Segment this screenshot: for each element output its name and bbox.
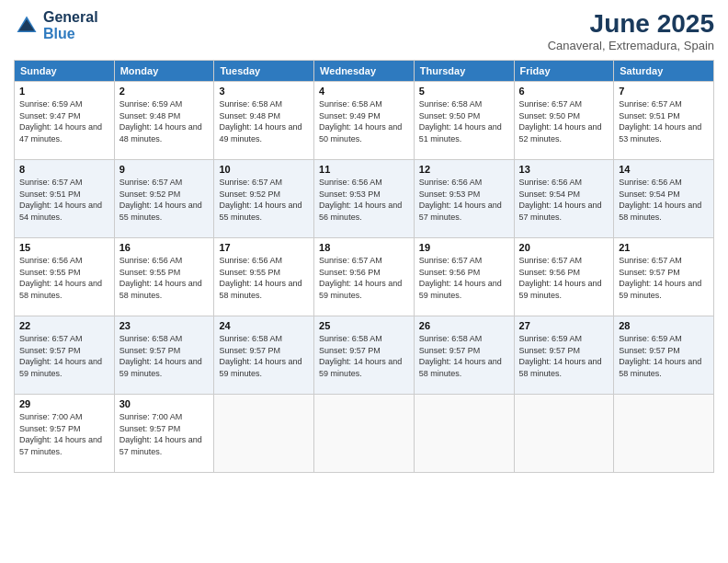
title-block: June 2025 Canaveral, Extremadura, Spain [548,9,714,52]
day-number: 6 [519,86,609,97]
day-cell: 1 Sunrise: 6:59 AM Sunset: 9:47 PM Dayli… [15,82,115,160]
day-cell: 2 Sunrise: 6:59 AM Sunset: 9:48 PM Dayli… [114,82,214,160]
day-number: 5 [419,86,509,97]
day-info: Sunrise: 6:56 AM Sunset: 9:55 PM Dayligh… [219,255,309,301]
calendar: SundayMondayTuesdayWednesdayThursdayFrid… [14,60,714,473]
day-cell [414,395,514,473]
day-cell: 5 Sunrise: 6:58 AM Sunset: 9:50 PM Dayli… [414,82,514,160]
day-cell: 6 Sunrise: 6:57 AM Sunset: 9:50 PM Dayli… [514,82,614,160]
day-cell [614,395,714,473]
day-number: 17 [219,242,309,253]
week-row-5: 29 Sunrise: 7:00 AM Sunset: 9:57 PM Dayl… [15,395,714,473]
day-number: 11 [319,164,409,175]
day-info: Sunrise: 6:56 AM Sunset: 9:54 PM Dayligh… [519,177,609,223]
week-row-2: 8 Sunrise: 6:57 AM Sunset: 9:51 PM Dayli… [15,160,714,238]
day-number: 29 [19,398,109,409]
day-number: 10 [219,164,309,175]
day-cell: 18 Sunrise: 6:57 AM Sunset: 9:56 PM Dayl… [314,238,415,316]
day-cell: 16 Sunrise: 6:56 AM Sunset: 9:55 PM Dayl… [114,238,214,316]
day-cell: 28 Sunrise: 6:59 AM Sunset: 9:57 PM Dayl… [614,316,714,395]
col-header-friday: Friday [514,61,614,82]
day-cell [314,395,415,473]
col-header-saturday: Saturday [614,61,714,82]
day-info: Sunrise: 6:59 AM Sunset: 9:47 PM Dayligh… [19,98,109,144]
day-number: 4 [319,86,409,97]
day-number: 25 [319,320,409,331]
day-info: Sunrise: 6:57 AM Sunset: 9:51 PM Dayligh… [619,98,709,144]
day-cell: 4 Sunrise: 6:58 AM Sunset: 9:49 PM Dayli… [314,82,415,160]
day-cell: 12 Sunrise: 6:56 AM Sunset: 9:53 PM Dayl… [414,160,514,238]
day-number: 9 [119,164,210,175]
day-info: Sunrise: 6:58 AM Sunset: 9:48 PM Dayligh… [219,98,309,144]
col-header-monday: Monday [114,61,214,82]
col-header-wednesday: Wednesday [314,61,415,82]
col-header-tuesday: Tuesday [214,61,314,82]
day-info: Sunrise: 6:58 AM Sunset: 9:49 PM Dayligh… [319,98,409,144]
day-cell: 23 Sunrise: 6:58 AM Sunset: 9:57 PM Dayl… [114,316,214,395]
day-info: Sunrise: 6:57 AM Sunset: 9:56 PM Dayligh… [419,255,509,301]
day-number: 21 [619,242,709,253]
day-info: Sunrise: 6:56 AM Sunset: 9:55 PM Dayligh… [19,255,109,301]
day-number: 19 [419,242,509,253]
day-info: Sunrise: 6:56 AM Sunset: 9:54 PM Dayligh… [619,177,709,223]
location: Canaveral, Extremadura, Spain [548,39,714,52]
day-cell: 13 Sunrise: 6:56 AM Sunset: 9:54 PM Dayl… [514,160,614,238]
day-cell: 10 Sunrise: 6:57 AM Sunset: 9:52 PM Dayl… [214,160,314,238]
day-info: Sunrise: 6:57 AM Sunset: 9:52 PM Dayligh… [119,177,210,223]
day-info: Sunrise: 6:56 AM Sunset: 9:53 PM Dayligh… [419,177,509,223]
day-cell: 26 Sunrise: 6:58 AM Sunset: 9:57 PM Dayl… [414,316,514,395]
col-header-sunday: Sunday [15,61,115,82]
week-row-3: 15 Sunrise: 6:56 AM Sunset: 9:55 PM Dayl… [15,238,714,316]
day-number: 20 [519,242,609,253]
day-number: 18 [319,242,409,253]
day-cell: 17 Sunrise: 6:56 AM Sunset: 9:55 PM Dayl… [214,238,314,316]
day-cell: 30 Sunrise: 7:00 AM Sunset: 9:57 PM Dayl… [114,395,214,473]
day-number: 24 [219,320,309,331]
logo-icon [14,13,40,39]
day-info: Sunrise: 6:58 AM Sunset: 9:57 PM Dayligh… [119,333,210,379]
day-cell: 7 Sunrise: 6:57 AM Sunset: 9:51 PM Dayli… [614,82,714,160]
day-info: Sunrise: 6:57 AM Sunset: 9:56 PM Dayligh… [519,255,609,301]
day-cell [514,395,614,473]
day-cell: 27 Sunrise: 6:59 AM Sunset: 9:57 PM Dayl… [514,316,614,395]
day-number: 28 [619,320,709,331]
day-info: Sunrise: 6:59 AM Sunset: 9:57 PM Dayligh… [519,333,609,379]
day-number: 16 [119,242,210,253]
day-info: Sunrise: 6:57 AM Sunset: 9:50 PM Dayligh… [519,98,609,144]
day-cell: 20 Sunrise: 6:57 AM Sunset: 9:56 PM Dayl… [514,238,614,316]
day-info: Sunrise: 6:57 AM Sunset: 9:51 PM Dayligh… [19,177,109,223]
day-cell: 22 Sunrise: 6:57 AM Sunset: 9:57 PM Dayl… [15,316,115,395]
day-cell: 3 Sunrise: 6:58 AM Sunset: 9:48 PM Dayli… [214,82,314,160]
day-info: Sunrise: 6:59 AM Sunset: 9:48 PM Dayligh… [119,98,210,144]
day-number: 30 [119,398,210,409]
logo-text: General Blue [43,9,98,42]
day-cell: 25 Sunrise: 6:58 AM Sunset: 9:57 PM Dayl… [314,316,415,395]
page: General Blue June 2025 Canaveral, Extrem… [0,0,728,563]
logo: General Blue [14,9,98,42]
day-info: Sunrise: 6:59 AM Sunset: 9:57 PM Dayligh… [619,333,709,379]
day-cell: 8 Sunrise: 6:57 AM Sunset: 9:51 PM Dayli… [15,160,115,238]
day-cell: 14 Sunrise: 6:56 AM Sunset: 9:54 PM Dayl… [614,160,714,238]
day-info: Sunrise: 6:57 AM Sunset: 9:57 PM Dayligh… [619,255,709,301]
day-info: Sunrise: 6:57 AM Sunset: 9:52 PM Dayligh… [219,177,309,223]
day-info: Sunrise: 6:58 AM Sunset: 9:57 PM Dayligh… [319,333,409,379]
day-cell [214,395,314,473]
day-cell: 11 Sunrise: 6:56 AM Sunset: 9:53 PM Dayl… [314,160,415,238]
day-number: 2 [119,86,210,97]
day-info: Sunrise: 6:58 AM Sunset: 9:57 PM Dayligh… [419,333,509,379]
col-header-thursday: Thursday [414,61,514,82]
day-info: Sunrise: 6:56 AM Sunset: 9:53 PM Dayligh… [319,177,409,223]
day-info: Sunrise: 7:00 AM Sunset: 9:57 PM Dayligh… [119,411,210,457]
day-number: 27 [519,320,609,331]
day-cell: 19 Sunrise: 6:57 AM Sunset: 9:56 PM Dayl… [414,238,514,316]
day-number: 1 [19,86,109,97]
day-number: 12 [419,164,509,175]
day-cell: 15 Sunrise: 6:56 AM Sunset: 9:55 PM Dayl… [15,238,115,316]
header-row: SundayMondayTuesdayWednesdayThursdayFrid… [15,61,714,82]
month-title: June 2025 [548,9,714,39]
day-number: 8 [19,164,109,175]
day-info: Sunrise: 6:57 AM Sunset: 9:56 PM Dayligh… [319,255,409,301]
day-number: 15 [19,242,109,253]
day-number: 26 [419,320,509,331]
day-number: 13 [519,164,609,175]
